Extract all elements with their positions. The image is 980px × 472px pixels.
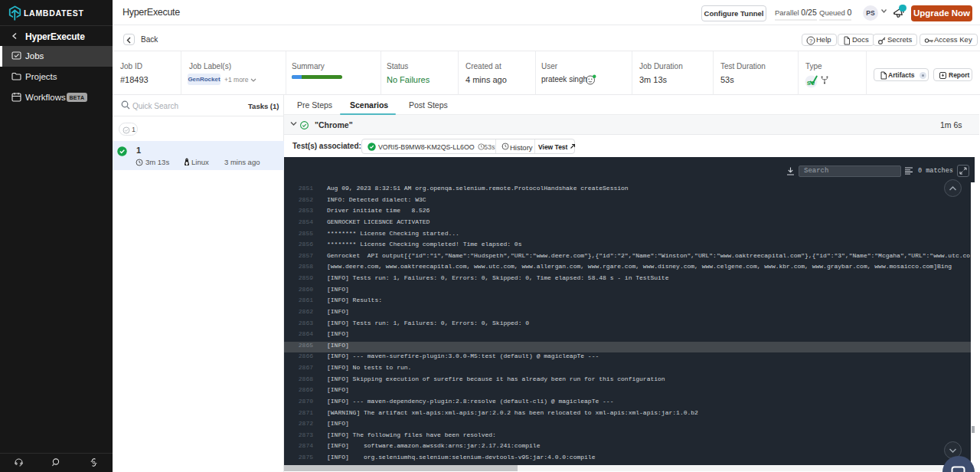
svg-text:?: ? <box>809 38 812 44</box>
